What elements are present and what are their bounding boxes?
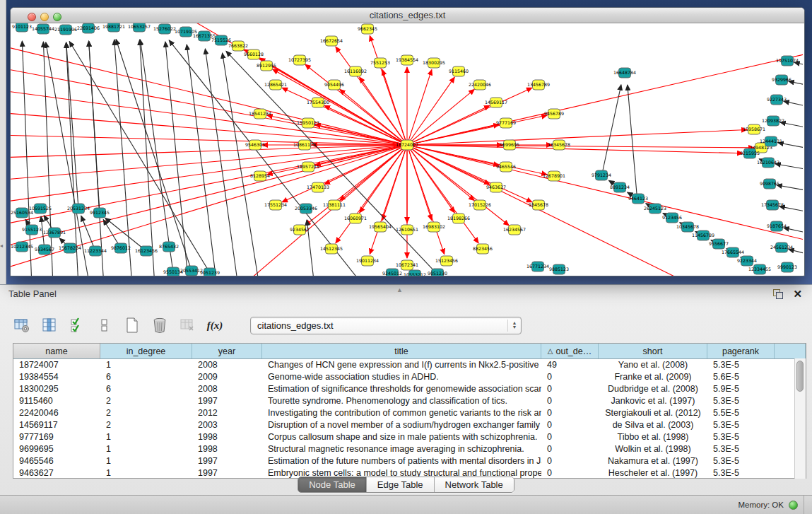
column-header-out_de[interactable]: △out_de… [541, 344, 599, 358]
network-canvas[interactable]: 1872400791011231405574421191996226914061… [11, 23, 803, 276]
network-node-label: 9465546 [496, 164, 516, 169]
column-header-title[interactable]: title [262, 344, 541, 358]
table-select-value: citations_edges.txt [251, 320, 507, 331]
network-node-label: 12093822 [762, 118, 784, 123]
network-node-label: 9464123 [628, 196, 648, 201]
table-row[interactable]: 1830029562008Estimation of significance … [13, 383, 806, 395]
table-row[interactable]: 911546021997Tourette syndrome. Phenomeno… [13, 395, 806, 407]
table-cell: 0 [541, 455, 599, 467]
network-node-label: 10727395 [288, 57, 311, 62]
column-header-short[interactable]: short [599, 344, 707, 358]
table-mode-icon[interactable] [13, 316, 31, 334]
table-scrollbar[interactable] [794, 358, 806, 479]
table-row[interactable]: 977716911998Corpus callosum shape and si… [13, 431, 806, 443]
table-cell: Franke et al. (2009) [599, 371, 707, 383]
network-node-label: 22420046 [469, 82, 491, 87]
network-node-label: 17345678 [761, 202, 784, 207]
network-node-label: 12367891 [43, 230, 66, 235]
network-node-label: 19881721 [102, 24, 125, 29]
network-edge [784, 101, 803, 107]
network-node-label: 10345678 [676, 224, 699, 229]
network-edge [114, 40, 132, 276]
table-cell: Yano et al. (2008) [599, 359, 707, 371]
table-row[interactable]: 946554611997Estimation of the future num… [13, 455, 806, 467]
column-header-year[interactable]: year [192, 344, 262, 358]
window-titlebar[interactable]: citations_edges.txt [11, 8, 804, 23]
select-columns-icon[interactable] [68, 316, 86, 334]
table-cell: 5.9E-5 [707, 383, 775, 395]
network-node-label: 16123456 [135, 248, 158, 253]
tab-node-table[interactable]: Node Table [298, 477, 367, 492]
network-node-label: 17015226 [469, 202, 491, 207]
network-node-label: 9115460 [449, 69, 469, 74]
float-panel-icon[interactable] [773, 289, 783, 299]
network-node-label: 17554300 [307, 100, 329, 105]
table-body: 1872400712008Changes of HCN gene express… [13, 359, 806, 479]
column-header-name[interactable]: name [13, 344, 100, 358]
network-node-label: 22691406 [77, 25, 100, 30]
network-node-label: 16672654 [320, 38, 343, 43]
table-cell: 6 [100, 371, 192, 383]
table-scrollbar-thumb[interactable] [796, 361, 804, 392]
left-panel-strip: ◂ [0, 0, 6, 284]
table-row[interactable]: 1872400712008Changes of HCN gene express… [13, 359, 806, 371]
window-title: citations_edges.txt [11, 8, 804, 23]
table-cell: 0 [541, 371, 599, 383]
table-cell: 2 [100, 407, 192, 419]
column-visibility-icon[interactable] [40, 316, 59, 334]
table-toolbar: f(x) citations_edges.txt ▲▼ [13, 313, 522, 337]
network-edge [237, 145, 407, 276]
function-builder-icon[interactable]: f(x) [206, 316, 224, 334]
collapse-panel-arrow-icon[interactable]: ◂ [0, 243, 3, 249]
network-node-label: 7515526 [211, 37, 231, 42]
network-node-label: 9990123 [777, 264, 797, 269]
table-cell: 5.3E-5 [707, 431, 775, 443]
network-node-label: 20531234 [67, 206, 90, 211]
panel-resize-grip-icon[interactable]: ▲ [396, 286, 404, 293]
memory-ok-indicator[interactable] [789, 501, 798, 510]
table-row[interactable]: 2242004622012Investigating the contribut… [13, 407, 806, 419]
network-edge [777, 185, 803, 191]
network-node-label: 9912345 [90, 210, 110, 215]
network-edge [778, 143, 803, 148]
network-node-label: 15958671 [743, 127, 765, 132]
network-edge [603, 85, 621, 170]
network-node-label: 11223344 [84, 248, 107, 253]
table-cell: 9777169 [13, 431, 100, 443]
table-row[interactable]: 1456911722003Disruption of a novel membe… [13, 419, 806, 431]
network-node-label: 10553212 [404, 272, 426, 276]
tab-edge-table[interactable]: Edge Table [367, 477, 435, 492]
table-select-dropdown[interactable]: citations_edges.txt ▲▼ [250, 317, 522, 334]
network-node-label: 12334455 [748, 267, 771, 271]
tab-network-table[interactable]: Network Table [435, 477, 514, 492]
column-header-in_degree[interactable]: in_degree [100, 344, 192, 358]
network-node-label: 10861170 [293, 142, 316, 147]
close-panel-icon[interactable]: ✕ [793, 288, 802, 299]
network-edge [407, 145, 445, 255]
network-node-label: 10212345 [11, 244, 33, 249]
table-cell: 14569117 [13, 419, 100, 431]
table-cell: 1998 [192, 443, 262, 455]
table-cell: 5.5E-5 [707, 407, 775, 419]
network-node-label: 10591525 [29, 206, 52, 211]
table-cell: 0 [541, 431, 599, 443]
table-cell: 1997 [192, 455, 262, 467]
network-edge [628, 85, 637, 194]
table-cell: 0 [541, 419, 599, 431]
network-node-label: 18198266 [447, 216, 470, 221]
delete-column-icon[interactable] [151, 316, 169, 334]
status-bar: Memory: OK [0, 495, 812, 514]
network-node-label: 9155123 [22, 227, 42, 232]
network-edge [11, 67, 407, 145]
network-node-label: 16116092 [344, 69, 367, 74]
table-row[interactable]: 969969511998Structural magnetic resonanc… [13, 443, 806, 455]
network-node-label: 10653257 [128, 24, 151, 29]
row-height-icon[interactable] [95, 316, 114, 334]
table-row[interactable]: 1938455462009Genome-wide association stu… [13, 371, 806, 383]
new-column-icon[interactable] [123, 316, 141, 334]
network-node-label: 8765432 [159, 244, 179, 249]
network-node-label: 19384554 [396, 57, 418, 62]
table-cell: 1 [100, 359, 192, 371]
network-node-label: 25160534 [11, 210, 33, 215]
column-header-pagerank[interactable]: pagerank [707, 344, 775, 358]
